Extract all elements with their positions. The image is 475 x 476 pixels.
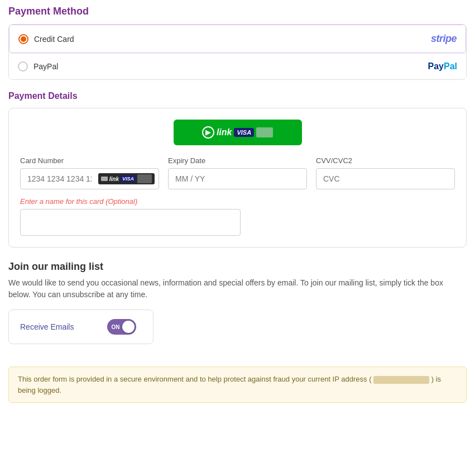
toggle-card: Receive Emails ON bbox=[8, 310, 153, 344]
expiry-group: Expiry Date bbox=[168, 156, 307, 189]
toggle-on-text: ON bbox=[111, 324, 119, 330]
cvv-group: CVV/CVC2 bbox=[316, 156, 455, 189]
card-number-group: Card Number link VISA bbox=[20, 156, 159, 189]
credit-card-radio[interactable] bbox=[18, 34, 28, 44]
credit-card-label: Credit Card bbox=[34, 35, 74, 44]
expiry-label: Expiry Date bbox=[168, 156, 307, 165]
cvv-input[interactable] bbox=[316, 168, 455, 189]
card-name-input[interactable] bbox=[20, 209, 241, 236]
paypal-label: PayPal bbox=[33, 62, 58, 71]
link-text: link bbox=[217, 127, 232, 137]
cvv-label: CVV/CVC2 bbox=[316, 156, 455, 165]
mini-link-text: link bbox=[109, 176, 119, 182]
mini-card-gray bbox=[137, 174, 152, 183]
toggle-label: Receive Emails bbox=[20, 322, 74, 331]
card-number-input-wrapper: link VISA bbox=[20, 168, 159, 189]
mini-card-icon bbox=[101, 177, 108, 181]
mailing-section: Join our mailing list We would like to s… bbox=[8, 261, 467, 355]
mini-card-dark: link VISA bbox=[98, 173, 155, 184]
security-notice: This order form is provided in a secure … bbox=[8, 366, 467, 403]
payment-details-title: Payment Details bbox=[8, 91, 467, 101]
security-notice-text: This order form is provided in a secure … bbox=[18, 375, 371, 383]
page-title: Payment Method bbox=[8, 6, 467, 17]
visa-badge: VISA bbox=[234, 128, 254, 137]
link-button-icon: ▶ link VISA bbox=[202, 126, 273, 139]
stripe-logo: stripe bbox=[431, 33, 457, 45]
link-pay-button[interactable]: ▶ link VISA bbox=[174, 120, 302, 145]
paypal-radio[interactable] bbox=[18, 61, 28, 72]
paypal-logo: PayPal bbox=[428, 61, 457, 72]
card-name-group: Enter a name for this card (Optional) bbox=[20, 197, 455, 236]
expiry-input[interactable] bbox=[168, 168, 307, 189]
payment-details-card: ▶ link VISA Card Number link VISA bbox=[8, 108, 467, 247]
mailing-desc: We would like to send you occasional new… bbox=[8, 277, 467, 301]
toggle-thumb bbox=[122, 321, 135, 333]
card-fields-row: Card Number link VISA Expiry Date CVV/CV… bbox=[20, 156, 455, 189]
mailing-title: Join our mailing list bbox=[8, 261, 467, 273]
credit-card-option[interactable]: Credit Card stripe bbox=[9, 25, 466, 53]
masked-ip bbox=[373, 376, 429, 384]
paypal-option[interactable]: PayPal PayPal bbox=[9, 53, 466, 79]
card-name-label: Enter a name for this card (Optional) bbox=[20, 197, 455, 206]
card-icons-inline: link VISA bbox=[98, 173, 155, 184]
receive-emails-toggle[interactable]: ON bbox=[107, 319, 136, 335]
mini-visa-badge: VISA bbox=[121, 175, 136, 182]
card-placeholder-icon bbox=[256, 127, 273, 137]
card-number-label: Card Number bbox=[20, 156, 159, 165]
payment-method-container: Credit Card stripe PayPal PayPal bbox=[8, 24, 467, 80]
toggle-wrapper: ON bbox=[107, 319, 136, 335]
link-arrow-icon: ▶ bbox=[202, 126, 214, 139]
